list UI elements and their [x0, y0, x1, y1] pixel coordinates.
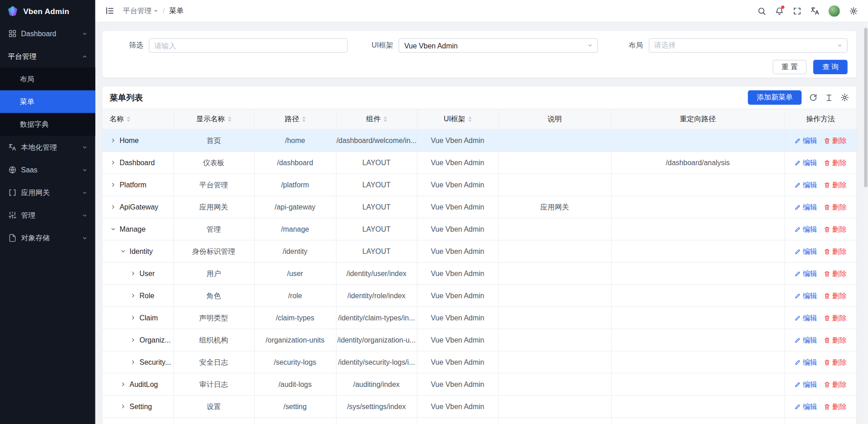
column-label: 操作方法 — [806, 114, 835, 124]
notification-bell-icon[interactable] — [772, 3, 787, 19]
refresh-icon[interactable] — [809, 93, 818, 102]
column-header-3[interactable]: 组件 — [336, 109, 417, 129]
table-row[interactable]: Organiz...组织机构/organization-units/identi… — [103, 329, 857, 351]
row-expand-caret-icon[interactable] — [130, 358, 137, 366]
delete-button[interactable]: 删除 — [824, 180, 846, 190]
column-header-2[interactable]: 路径 — [254, 109, 336, 129]
table-row[interactable]: Home首页/home/dashboard/welcome/in...Vue V… — [103, 129, 857, 152]
sidebar-item-saas[interactable]: Saas — [0, 158, 95, 181]
filter-keyword-input[interactable] — [149, 38, 348, 52]
cell-description — [498, 329, 611, 351]
edit-button[interactable]: 编辑 — [794, 202, 817, 212]
settings-gear-icon[interactable] — [846, 3, 861, 19]
delete-button[interactable]: 删除 — [824, 224, 846, 234]
delete-button[interactable]: 删除 — [824, 157, 846, 167]
edit-button[interactable]: 编辑 — [794, 313, 817, 323]
reset-button[interactable]: 重 置 — [773, 60, 807, 74]
edit-button[interactable]: 编辑 — [794, 401, 817, 411]
edit-button[interactable]: 编辑 — [794, 268, 817, 278]
sidebar-item-layout[interactable]: 布局 — [0, 67, 95, 90]
table-row[interactable]: Security...安全日志/security-logs/identity/s… — [103, 351, 857, 373]
scrollbar-thumb[interactable] — [864, 28, 867, 187]
delete-button[interactable]: 删除 — [824, 401, 846, 411]
table-row[interactable]: Identity身份标识管理/identityLAYOUTVue Vben Ad… — [103, 240, 857, 262]
sidebar-collapse-icon[interactable] — [102, 3, 117, 19]
sidebar-item-dictionary[interactable]: 数据字典 — [0, 113, 95, 136]
storage-icon — [8, 233, 17, 243]
row-height-icon[interactable] — [825, 93, 833, 101]
framework-select[interactable]: Vue Vben Admin — [399, 38, 598, 52]
sort-icon[interactable] — [228, 116, 231, 122]
delete-button[interactable]: 删除 — [824, 246, 846, 256]
edit-button[interactable]: 编辑 — [794, 157, 817, 167]
table-row[interactable]: Dashboard仪表板/dashboardLAYOUTVue Vben Adm… — [103, 152, 857, 174]
delete-button[interactable]: 删除 — [824, 202, 846, 212]
row-expand-caret-icon[interactable] — [109, 225, 117, 233]
table-row[interactable]: Platform平台管理/platformLAYOUTVue Vben Admi… — [103, 174, 857, 196]
delete-button[interactable]: 删除 — [824, 335, 846, 345]
column-header-4[interactable]: UI框架 — [417, 109, 498, 129]
table-row[interactable]: User用户/user/identity/user/indexVue Vben … — [103, 262, 857, 285]
row-expand-caret-icon[interactable] — [119, 248, 127, 255]
sidebar-item-dashboard[interactable]: Dashboard — [0, 22, 95, 45]
language-switch-icon[interactable] — [807, 3, 822, 19]
sort-icon[interactable] — [468, 116, 471, 122]
row-expand-caret-icon[interactable] — [109, 137, 117, 144]
gateway-icon — [8, 188, 17, 197]
add-menu-button[interactable]: 添加新菜单 — [748, 91, 802, 105]
sidebar-item-platform[interactable]: 平台管理 — [0, 45, 95, 67]
row-expand-caret-icon[interactable] — [130, 270, 137, 277]
row-expand-caret-icon[interactable] — [109, 203, 117, 210]
fullscreen-icon[interactable] — [789, 3, 805, 19]
edit-button[interactable]: 编辑 — [794, 135, 817, 145]
edit-button[interactable]: 编辑 — [794, 379, 817, 389]
column-header-1[interactable]: 显示名称 — [173, 109, 254, 129]
edit-button[interactable]: 编辑 — [794, 246, 817, 256]
sidebar-item-manage[interactable]: 管理 — [0, 204, 95, 227]
edit-button[interactable]: 编辑 — [794, 335, 817, 345]
edit-button[interactable]: 编辑 — [794, 357, 817, 367]
delete-button[interactable]: 删除 — [824, 313, 846, 323]
table-row[interactable]: Setting设置/setting/sys/settings/indexVue … — [103, 395, 857, 418]
cell-name: Dashboard — [119, 158, 155, 167]
table-row[interactable]: ApiGateway应用网关/api-gatewayLAYOUTVue Vben… — [103, 196, 857, 218]
row-expand-caret-icon[interactable] — [109, 181, 117, 188]
delete-button[interactable]: 删除 — [824, 379, 846, 389]
edit-button[interactable]: 编辑 — [794, 291, 817, 300]
table-row[interactable]: Claim声明类型/claim-types/identity/claim-typ… — [103, 307, 857, 329]
sort-icon[interactable] — [127, 116, 130, 122]
search-icon[interactable] — [754, 3, 769, 19]
delete-button[interactable]: 删除 — [824, 135, 846, 145]
breadcrumb-item-parent[interactable]: 平台管理 — [123, 6, 158, 16]
sidebar-item-label: 布局 — [20, 74, 87, 84]
table-row[interactable]: Role角色/role/identity/role/indexVue Vben … — [103, 285, 857, 307]
row-expand-caret-icon[interactable] — [119, 403, 127, 410]
column-settings-gear-icon[interactable] — [840, 93, 849, 102]
layout-select[interactable]: 请选择 — [649, 38, 848, 52]
row-expand-caret-icon[interactable] — [119, 381, 127, 388]
user-avatar[interactable] — [828, 5, 840, 17]
sort-icon[interactable] — [302, 116, 305, 122]
query-button[interactable]: 查 询 — [813, 60, 847, 74]
edit-button[interactable]: 编辑 — [794, 224, 817, 234]
column-header-0[interactable]: 名称 — [103, 109, 174, 129]
table-row[interactable]: Manage管理/manageLAYOUTVue Vben Admin编辑删除 — [103, 218, 857, 240]
sidebar-item-menu[interactable]: 菜单 — [0, 91, 95, 113]
sidebar-item-localization[interactable]: 本地化管理 — [0, 136, 95, 158]
delete-button[interactable]: 删除 — [824, 268, 846, 278]
trash-icon — [824, 204, 830, 210]
sort-icon[interactable] — [383, 116, 387, 122]
delete-button[interactable]: 删除 — [824, 291, 846, 300]
logo[interactable]: Vben Admin — [0, 0, 95, 22]
delete-button[interactable]: 删除 — [824, 357, 846, 367]
sidebar-item-gateway[interactable]: 应用网关 — [0, 181, 95, 204]
sidebar-item-storage[interactable]: 对象存储 — [0, 227, 95, 249]
row-expand-caret-icon[interactable] — [130, 292, 137, 299]
edit-button[interactable]: 编辑 — [794, 180, 817, 190]
table-row[interactable]: AuditLog审计日志/audit-logs/auditing/indexVu… — [103, 373, 857, 395]
cell-name: Security... — [140, 358, 171, 366]
row-expand-caret-icon[interactable] — [130, 336, 137, 343]
vertical-scrollbar[interactable] — [863, 23, 868, 424]
row-expand-caret-icon[interactable] — [130, 314, 137, 321]
row-expand-caret-icon[interactable] — [109, 159, 117, 166]
